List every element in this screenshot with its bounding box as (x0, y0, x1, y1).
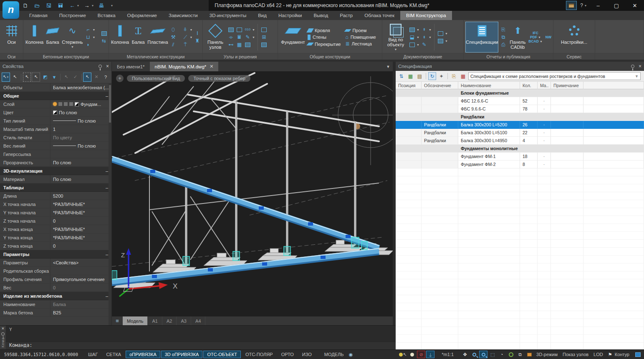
concrete-corbel-icon[interactable]: ⌐ (85, 27, 92, 33)
select-add-tool[interactable]: ↖+ (2, 73, 10, 82)
section-box-icon[interactable] (409, 42, 416, 48)
property-value[interactable]: По цвету (50, 133, 111, 141)
status-toggle-5[interactable]: ОТС-ОБЪЕКТ (203, 351, 240, 358)
3d-mode-icon[interactable] (525, 351, 533, 358)
concrete-channel-icon[interactable]: ⊔ (85, 34, 92, 40)
filter-tool[interactable]: ▼ (50, 73, 58, 82)
nodes-panel-button[interactable]: Панель узлов (205, 22, 226, 53)
property-value[interactable]: По слою (50, 108, 111, 116)
ribbon-tab-4[interactable]: Оформление (121, 11, 163, 20)
concrete-rod-button[interactable]: ∿ Стержень▼ (61, 22, 83, 53)
nanocad-logo[interactable]: n (3, 1, 19, 19)
highlight-tool[interactable]: ↖ (83, 73, 91, 82)
visual-style-pill[interactable]: Точный с показом ребер (188, 75, 250, 82)
doc-tab-model-km[interactable]: nBIM. Модель KM.dwg*✕ (150, 62, 219, 71)
table-save-icon[interactable]: ▤ (416, 72, 424, 80)
steel-brace-icon[interactable]: ⫽ (170, 42, 177, 48)
regen-icon[interactable] (507, 351, 515, 358)
layer-freeze-icon[interactable] (58, 102, 62, 106)
bcad-export-button[interactable]: BCAD (528, 40, 539, 43)
quick-select-tool[interactable]: ◩ (41, 73, 49, 82)
property-value[interactable]: Балка железобетонная (... (50, 83, 111, 91)
status-toggle-1[interactable]: ШАГ (84, 351, 101, 358)
contour-label[interactable]: Контур (615, 352, 632, 357)
collapse-icon[interactable]: – (106, 168, 108, 173)
section-plane-icon[interactable]: ⬓ (409, 34, 416, 40)
cursor-node-icon[interactable]: ⌯ (227, 34, 235, 40)
cadlib-panel-button[interactable]: ⬆ Панель CADlib (508, 22, 527, 53)
status-toggle-6[interactable]: ОТС-ПОЛЯР (242, 351, 277, 358)
caret-icon[interactable]: ▼ (429, 36, 432, 39)
property-value[interactable]: *РАЗЛИЧНЫЕ* (50, 200, 111, 208)
maximize-button[interactable]: ▢ (607, 0, 626, 11)
doc-tab-unnamed[interactable]: Без имени1* (112, 62, 150, 71)
property-value[interactable]: Прямоугольное сечение (50, 275, 111, 283)
view-by-object-button[interactable]: Вид по объекту▼ (384, 22, 407, 53)
command-pin-icon[interactable] (1, 332, 5, 336)
report-copy-icon[interactable]: ⧉ (500, 34, 507, 40)
caret-icon[interactable]: ▼ (190, 28, 193, 31)
model-space-label[interactable]: МОДЕЛЬ (322, 352, 346, 357)
props-help-icon[interactable]: ? (101, 73, 110, 82)
ribbon-tab-10[interactable]: Растр (334, 11, 359, 20)
viewport-lock-icon[interactable]: ⧉ (516, 351, 524, 358)
caret-icon[interactable]: ▼ (538, 36, 541, 39)
spec-column-header[interactable]: Кол. (520, 82, 538, 89)
property-value[interactable]: B25 (50, 309, 111, 316)
ribbon-tab-9[interactable]: Вывод (308, 11, 334, 20)
property-value[interactable] (50, 150, 111, 158)
notification-square-icon[interactable] (635, 352, 641, 357)
property-value[interactable]: *РАЗЛИЧНЫЕ* (50, 208, 111, 216)
spec-row[interactable]: РандбалкиБалка 300x300 L=510022· (396, 129, 644, 137)
pan-icon[interactable]: ✥ (461, 351, 469, 358)
fill-icon[interactable] (244, 42, 251, 48)
property-section-header[interactable]: Изделие из железобетона– (0, 292, 111, 300)
property-value[interactable]: По слою (50, 158, 111, 166)
edit-doc-icon[interactable]: ✎ (421, 42, 428, 48)
table-update-icon[interactable]: ▦ (407, 72, 414, 80)
property-value[interactable]: 0 (50, 284, 111, 291)
flag-node-icon[interactable] (227, 27, 235, 33)
spec-row[interactable]: Блоки фундаментные (396, 89, 644, 97)
ribbon-tab-6[interactable]: 3D-инструменты (204, 11, 252, 20)
caret-icon[interactable]: ▼ (252, 36, 255, 39)
spec-row[interactable]: Фундамент ФМ-28· (396, 161, 644, 168)
steel-plate-button[interactable]: Пластина (147, 22, 168, 53)
zoom-extents-icon[interactable]: ⬚ (488, 351, 497, 358)
steel-crane-icon[interactable]: ⚒ (170, 34, 177, 40)
caret-icon[interactable]: ▼ (445, 32, 448, 35)
model-canvas[interactable]: + Пользовательский вид Точный с показом … (112, 71, 393, 316)
layout-tab-модель[interactable]: Модель (123, 316, 148, 325)
status-toggle-7[interactable]: ОРТО (278, 351, 298, 358)
stairs-button[interactable]: ≣Лестница (345, 41, 376, 46)
close-button[interactable]: ✕ (626, 0, 644, 11)
command-input[interactable]: Команда: (6, 341, 396, 349)
qat-customize-icon[interactable]: ▾ (111, 4, 113, 8)
spec-row[interactable]: РандбалкиБалка 300x300 L=49504· (396, 137, 644, 145)
spec-row[interactable]: Рандбалки (396, 113, 644, 121)
layer-on-icon[interactable] (53, 102, 57, 106)
select-rect-tool[interactable]: ↖ (23, 73, 31, 82)
anchor-beam-icon[interactable]: ⍑ (182, 42, 189, 48)
collapse-icon[interactable]: – (106, 252, 108, 257)
viewport-icon[interactable] (437, 30, 444, 37)
nw-export-button[interactable]: NW (546, 35, 551, 39)
view-name-pill[interactable]: Пользовательский вид (127, 75, 185, 82)
lineweight-bulb-icon[interactable] (408, 351, 416, 358)
property-value[interactable]: По слою (50, 175, 111, 183)
sheet-icon[interactable] (437, 38, 444, 44)
floor-button[interactable]: Перекрытие (308, 42, 341, 47)
ribbon-tab-8[interactable]: Настройки (273, 11, 308, 20)
layer-lock-icon[interactable] (64, 102, 68, 106)
section-cube-icon[interactable] (409, 27, 416, 33)
spec-row[interactable]: Фундамент ФМ-118· (396, 153, 644, 161)
property-value[interactable]: По слою (50, 142, 111, 150)
drawing-explorer-button[interactable] (566, 1, 577, 10)
status-toggle-8[interactable]: ИЗО (298, 351, 316, 358)
property-section-header[interactable]: 3D-визуализация– (0, 167, 111, 175)
room-button[interactable]: ⌂Помещение (345, 35, 376, 40)
axes-button[interactable]: Оси (2, 22, 21, 53)
spec-column-header[interactable]: Наименование (458, 82, 520, 89)
status-toggle-3[interactable]: оПРИВЯЗКА (126, 351, 160, 358)
caret-icon[interactable]: ▼ (417, 36, 419, 39)
